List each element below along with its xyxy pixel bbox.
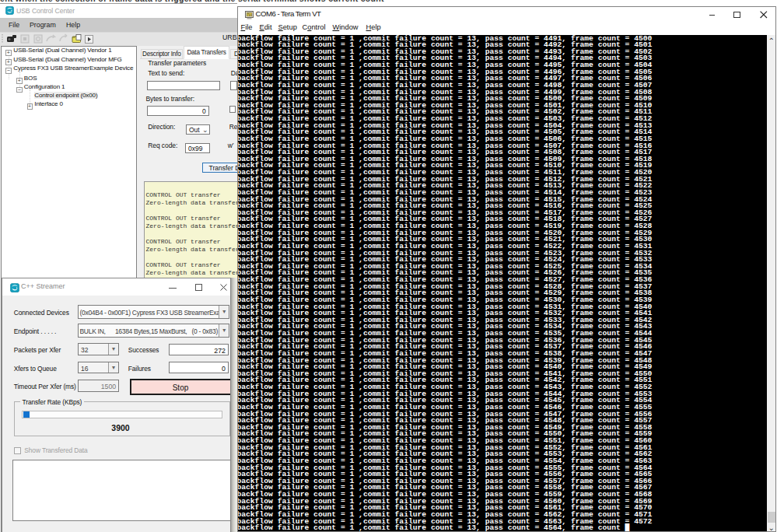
svg-text:VT: VT xyxy=(247,12,251,17)
